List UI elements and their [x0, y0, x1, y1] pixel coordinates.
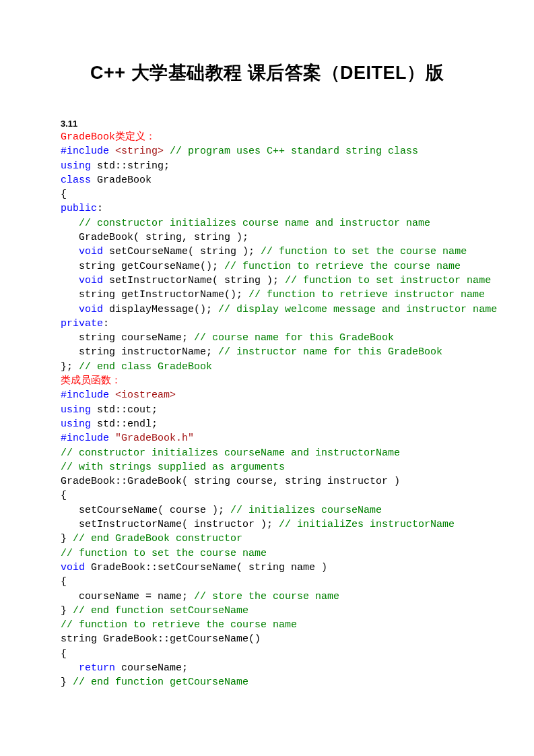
- code-line: void setCourseName( string ); // functio…: [61, 245, 473, 259]
- code-line: using std::string;: [61, 159, 473, 173]
- code-line: // with strings supplied as arguments: [61, 460, 473, 474]
- code-line: void displayMessage(); // display welcom…: [61, 303, 473, 317]
- code-line: } // end function getCourseName: [61, 675, 473, 689]
- code-line: using std::cout;: [61, 403, 473, 417]
- code-line: return courseName;: [61, 661, 473, 675]
- code-line: public:: [61, 201, 473, 216]
- code-line: {: [61, 647, 473, 661]
- code-line: } // end function setCourseName: [61, 604, 473, 618]
- code-line: GradeBook( string, string );: [61, 230, 473, 245]
- code-line: setCourseName( course ); // initializes …: [61, 503, 473, 517]
- page-title: C++ 大学基础教程 课后答案（DEITEL）版: [61, 61, 473, 85]
- code-line: void setInstructorName( string ); // fun…: [61, 274, 473, 288]
- code-line: {: [61, 575, 473, 589]
- code-line: // function to set the course name: [61, 546, 473, 561]
- code-line: 类成员函数：: [61, 374, 473, 388]
- code-line: string instructorName; // instructor nam…: [61, 345, 473, 359]
- code-listing: GradeBook类定义：#include <string> // progra…: [61, 130, 473, 690]
- code-line: setInstructorName( instructor ); // init…: [61, 517, 473, 532]
- code-line: string courseName; // course name for th…: [61, 331, 473, 345]
- code-line: private:: [61, 317, 473, 331]
- code-line: } // end GradeBook constructor: [61, 532, 473, 546]
- code-line: }; // end class GradeBook: [61, 360, 473, 374]
- code-line: GradeBook类定义：: [61, 130, 473, 144]
- code-line: // function to retrieve the course name: [61, 618, 473, 632]
- code-line: #include <string> // program uses C++ st…: [61, 144, 473, 158]
- code-line: courseName = name; // store the course n…: [61, 590, 473, 604]
- code-line: class GradeBook: [61, 173, 473, 187]
- code-line: using std::endl;: [61, 417, 473, 431]
- code-line: string getCourseName(); // function to r…: [61, 259, 473, 274]
- code-line: void GradeBook::setCourseName( string na…: [61, 561, 473, 575]
- code-line: GradeBook::GradeBook( string course, str…: [61, 474, 473, 489]
- code-line: {: [61, 489, 473, 503]
- code-line: string GradeBook::getCourseName(): [61, 632, 473, 646]
- code-line: {: [61, 187, 473, 201]
- section-number: 3.11: [61, 119, 473, 129]
- code-line: // constructor initializes courseName an…: [61, 446, 473, 460]
- code-line: #include "GradeBook.h": [61, 431, 473, 445]
- code-line: // constructor initializes course name a…: [61, 216, 473, 230]
- code-line: string getInstructorName(); // function …: [61, 288, 473, 302]
- code-line: #include <iostream>: [61, 388, 473, 402]
